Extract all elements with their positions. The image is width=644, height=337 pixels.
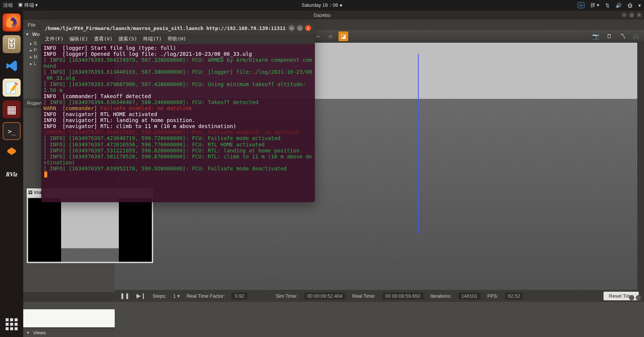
gazebo-bottom-panel: Views — [23, 302, 644, 337]
plot-icon[interactable]: 〽 — [618, 31, 628, 41]
terminal-log-line: [ INFO] [1634976394.636346467, 588.24000… — [43, 99, 313, 105]
simtime-label: Sim Time: — [276, 293, 298, 299]
dock-item-firefox[interactable] — [3, 13, 21, 31]
terminal-log-line: INFO [navigator] RTL HOME activated — [43, 111, 313, 117]
app-menu[interactable]: ▣ 终端 ▾ — [18, 2, 38, 9]
power-icon[interactable]: ⏻ — [628, 3, 632, 8]
terminal-log-line: [ INFO] [1634976397.472016556, 590.77600… — [43, 142, 313, 148]
terminal-title-bar[interactable]: /home/ljw/PX4_Firmware/launch/mavros_pos… — [41, 22, 315, 34]
realtime-label: Real Time: — [352, 293, 375, 299]
terminal-log-line: [ INFO] [1634976397.531221059, 590.82800… — [43, 148, 313, 154]
app-menu-label: 终端 — [24, 2, 34, 8]
terminal-log-line: [ERROR] [1634976397.369912835, 590.67600… — [43, 129, 313, 135]
terminal-log-line: [ INFO] [1634976393.679687900, 587.42800… — [43, 81, 313, 93]
terminal-menu-help[interactable]: 帮助(H) — [168, 36, 186, 42]
log-icon[interactable]: 🗒 — [604, 31, 614, 41]
dock-item-vscode[interactable] — [3, 57, 21, 75]
chevron-down-icon: ▾ — [35, 2, 38, 8]
views-panel-header[interactable]: Views — [23, 328, 115, 337]
panel-min-icon[interactable] — [629, 295, 634, 300]
z-axis-line — [418, 54, 419, 234]
chevron-down-icon: ▾ — [597, 2, 599, 8]
gazebo-status-bar: ❚❚ ▶❙ Steps: 1 ▾ Real Time Factor: 0.92 … — [115, 290, 644, 302]
panel-max-icon[interactable] — [636, 295, 641, 300]
terminal-log-line: INFO [logger] Opened full log file: ./lo… — [43, 51, 313, 57]
baidu-ime-icon[interactable]: du — [578, 2, 584, 8]
terminal-log-line: [ INFO] [1634976397.581178528, 590.87600… — [43, 154, 313, 166]
terminal-maximize-button[interactable]: ◻ — [297, 25, 303, 31]
bottom-blank-area — [23, 309, 115, 327]
terminal-menubar: 文件(F) 编辑(E) 查看(V) 搜索(S) 终端(T) 帮助(H) — [41, 34, 315, 44]
terminal-icon: ▣ — [18, 2, 23, 8]
ime-label: 拼 — [590, 2, 595, 8]
terminal-log-line: [ INFO] [1634976393.613440193, 587.38000… — [43, 69, 313, 81]
menu-file[interactable]: File — [28, 22, 36, 28]
pause-button[interactable]: ❚❚ — [120, 292, 130, 299]
ime-indicator[interactable]: 拼 ▾ — [590, 2, 599, 9]
image-panel-icon: 🖼 — [28, 190, 33, 195]
app-title: Gazebo — [313, 12, 331, 18]
app-title-bar: Gazebo – ◻ × — [0, 10, 644, 19]
clock-label: Saturday 16：06 — [301, 2, 338, 8]
simtime-value: 00 00:09:52.404 — [304, 292, 345, 300]
terminal-log-line: INFO [navigator] RTL: landing at home po… — [43, 117, 313, 123]
dock-item-files[interactable]: 🗄 — [3, 35, 21, 53]
iter-value: 148101 — [458, 292, 481, 300]
terminal-menu-edit[interactable]: 编辑(E) — [69, 36, 88, 42]
terminal-log-line: INFO [navigator] RTL: climb to 11 m (10 … — [43, 123, 313, 129]
dot-icon: ● — [340, 2, 343, 8]
terminal-log-line: [ INFO] [1634976397.639952178, 590.92800… — [43, 166, 313, 171]
terminal-log-line: [ INFO] [1634976393.564174979, 587.32800… — [43, 57, 313, 69]
record-icon[interactable]: 🎥 — [631, 31, 641, 41]
dock-item-gazebo[interactable] — [3, 144, 21, 162]
maximize-button[interactable]: ◻ — [629, 12, 634, 18]
ubuntu-dock: 🗄 📝 ▦ >_ RViz — [0, 10, 23, 337]
dock-item-terminal[interactable]: >_ — [3, 122, 21, 140]
dock-item-app-red[interactable]: ▦ — [3, 100, 21, 118]
dock-item-rviz[interactable]: RViz — [3, 166, 21, 183]
terminal-menu-search[interactable]: 搜索(S) — [118, 36, 137, 42]
activities-button[interactable]: 活动 — [3, 2, 13, 9]
terminal-menu-file[interactable]: 文件(F) — [45, 36, 63, 42]
screenshot-icon[interactable]: 📷 — [591, 31, 601, 41]
close-button[interactable]: × — [637, 12, 642, 18]
volume-icon[interactable]: 🔊 — [616, 3, 622, 8]
steps-label: Steps: — [153, 293, 166, 299]
terminal-menu-terminal[interactable]: 终端(T) — [143, 36, 162, 42]
image-panel-viewport — [28, 198, 152, 262]
terminal-cursor — [44, 171, 47, 177]
rtf-value: 0.92 — [232, 292, 247, 300]
terminal-log-line: INFO [logger] Start file log (type: full… — [43, 45, 313, 51]
steps-value[interactable]: 1 ▾ — [173, 293, 180, 299]
view-angle-icon[interactable]: ◪ — [338, 31, 348, 41]
iter-label: Iterations: — [430, 293, 452, 299]
terminal-body[interactable]: INFO [logger] Start file log (type: full… — [41, 44, 315, 178]
terminal-title: /home/ljw/PX4_Firmware/launch/mavros_pos… — [45, 25, 286, 31]
network-icon[interactable]: ⇅ — [605, 3, 610, 8]
terminal-minimize-button[interactable]: – — [289, 25, 295, 31]
clock[interactable]: Saturday 16：06 ● — [301, 2, 342, 9]
terminal-menu-view[interactable]: 查看(V) — [94, 36, 112, 42]
chevron-down-icon: ▾ — [638, 3, 641, 8]
terminal-log-line: WARN [commander] Failsafe enabled: no da… — [43, 105, 313, 111]
terminal-window[interactable]: /home/ljw/PX4_Firmware/launch/mavros_pos… — [41, 22, 315, 202]
terminal-close-button[interactable]: × — [305, 25, 311, 31]
terminal-log-line: [ INFO] [1634976397.423040719, 590.72800… — [43, 135, 313, 141]
snap-icon[interactable]: ∩ — [326, 31, 335, 41]
rtf-label: Real Time Factor: — [187, 293, 225, 299]
show-applications-button[interactable] — [4, 317, 19, 332]
step-button[interactable]: ▶❙ — [136, 292, 146, 299]
fps-label: FPS: — [487, 293, 498, 299]
minimize-button[interactable]: – — [622, 12, 627, 18]
fps-value: 62.52 — [505, 292, 523, 300]
gnome-top-bar: 活动 ▣ 终端 ▾ Saturday 16：06 ● du 拼 ▾ ⇅ 🔊 ⏻ … — [0, 0, 644, 10]
realtime-value: 00 00:09:59.650 — [382, 292, 424, 300]
terminal-log-line: INFO [commander] Takeoff detected — [43, 93, 313, 99]
dock-item-text-editor[interactable]: 📝 — [3, 79, 21, 97]
